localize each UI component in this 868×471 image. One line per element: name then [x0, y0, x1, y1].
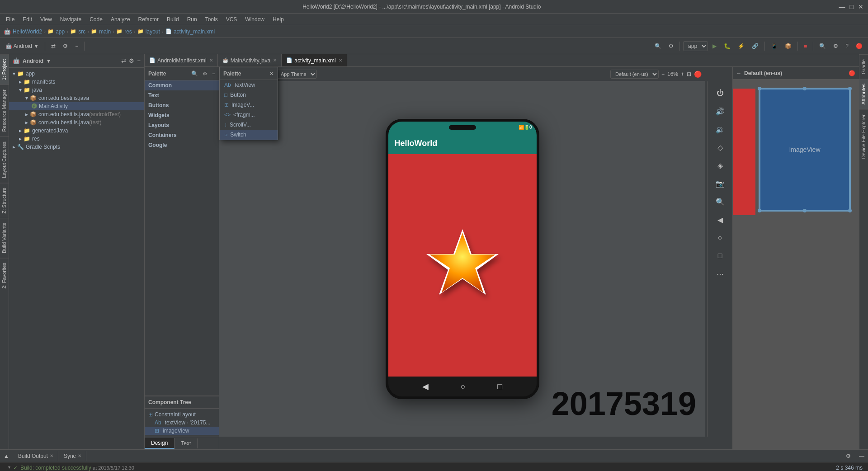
menu-vcs[interactable]: VCS [222, 15, 241, 24]
locale-selector[interactable]: Default (en-us) [610, 70, 659, 79]
bottom-minimize-btn[interactable]: — [855, 453, 868, 459]
palette-cat-widgets[interactable]: Widgets [145, 110, 219, 120]
sidebar-tab-resource-manager[interactable]: Resource Manager [0, 85, 9, 137]
tree-item-test[interactable]: ▸ 📦 com.edu.besti.is.java (test) [9, 118, 144, 127]
breadcrumb-app[interactable]: app [56, 28, 65, 35]
breadcrumb-activity-main[interactable]: activity_main.xml [174, 28, 215, 35]
run-config-dropdown[interactable]: app [683, 41, 708, 51]
zoom-device-btn[interactable]: 🔍 [712, 193, 728, 210]
bottom-gear-btn[interactable]: ⚙ [842, 453, 854, 459]
palette-cat-text[interactable]: Text [145, 90, 219, 100]
error-indicator[interactable]: 🔴 [694, 71, 702, 78]
toolbar-avd-btn[interactable]: 📱 [768, 42, 780, 51]
toolbar-run-btn[interactable]: ▶ [710, 42, 719, 51]
tree-item-res[interactable]: ▸ 📁 res [9, 135, 144, 143]
popup-item-scrollview[interactable]: ↕ ScrollV... [220, 120, 278, 130]
camera-btn[interactable]: 📷 [712, 175, 728, 192]
android-dropdown-arrow[interactable]: ▼ [46, 58, 51, 64]
menu-build[interactable]: Build [163, 15, 183, 24]
menu-file[interactable]: File [2, 15, 18, 24]
rotate-btn[interactable]: ◇ [712, 139, 728, 155]
tab-close-androidmanifest[interactable]: ✕ [209, 58, 213, 63]
build-expand-btn[interactable]: ▲ [0, 453, 13, 459]
ct-item-constraintlayout[interactable]: ⊞ ConstraintLayout [145, 410, 219, 419]
tab-text[interactable]: Text [175, 438, 198, 448]
panel-sync-btn[interactable]: ⇄ [121, 57, 126, 64]
toolbar-debug-btn[interactable]: 🐛 [721, 42, 733, 51]
toolbar-sync-btn[interactable]: ⇄ [48, 42, 58, 51]
toolbar-profile-btn[interactable]: ⚡ [735, 42, 747, 51]
tab-close-mainactivity[interactable]: ✕ [273, 58, 277, 63]
tree-item-manifests[interactable]: ▸ 📁 manifests [9, 78, 144, 86]
overview-device-btn[interactable]: □ [712, 248, 728, 264]
sidebar-tab-attributes[interactable]: Attributes [859, 79, 868, 109]
build-arrow-0[interactable]: ▾ [8, 465, 10, 470]
zoom-fit-btn[interactable]: ⊡ [687, 71, 691, 77]
palette-gear-icon[interactable]: ⚙ [203, 71, 208, 77]
imageview-canvas-placeholder[interactable]: ImageView [760, 89, 850, 211]
toolbar-settings-global[interactable]: ⚙ [830, 42, 841, 51]
toolbar-search-everywhere[interactable]: 🔍 [816, 42, 829, 51]
sidebar-tab-favorites[interactable]: 2: Favorites [0, 258, 9, 293]
panel-settings-btn[interactable]: ⚙ [129, 57, 134, 64]
menu-code[interactable]: Code [86, 15, 106, 24]
menu-edit[interactable]: Edit [19, 15, 36, 24]
tab-androidmanifest[interactable]: 📄 AndroidManifest.xml ✕ [145, 54, 218, 66]
tab-design[interactable]: Design [145, 438, 175, 449]
menu-analyze[interactable]: Analyze [107, 15, 134, 24]
phone-recent-btn[interactable]: □ [497, 382, 502, 391]
back-device-btn[interactable]: ◀ [712, 212, 728, 228]
sidebar-tab-build-variants[interactable]: Build Variants [0, 218, 9, 258]
toolbar-android-dropdown[interactable]: 🤖 Android ▼ [3, 42, 42, 51]
menu-tools[interactable]: Tools [202, 15, 222, 24]
popup-item-imageview[interactable]: ⊞ ImageV... [220, 100, 278, 110]
menu-help[interactable]: Help [269, 15, 288, 24]
build-output-close[interactable]: ✕ [50, 453, 53, 458]
tree-item-package-main[interactable]: ▾ 📦 com.edu.besti.is.java [9, 94, 144, 102]
bottom-tab-sync[interactable]: Sync ✕ [59, 451, 86, 461]
theme-selector[interactable]: App Theme [276, 70, 317, 79]
palette-cat-common[interactable]: Common [145, 80, 219, 90]
palette-minus-icon[interactable]: − [212, 71, 215, 77]
toolbar-help-btn[interactable]: ? [843, 42, 851, 51]
menu-view[interactable]: View [37, 15, 56, 24]
volume-down-btn[interactable]: 🔉 [712, 121, 728, 137]
popup-item-switch[interactable]: ○ Switch [220, 130, 278, 140]
palette-cat-google[interactable]: Google [145, 140, 219, 150]
tree-item-java[interactable]: ▾ 📁 java [9, 86, 144, 94]
volume-up-btn[interactable]: 🔊 [712, 103, 728, 119]
sidebar-tab-gradle[interactable]: Gradle [859, 54, 868, 79]
breadcrumb-main[interactable]: main [99, 28, 111, 35]
menu-refactor[interactable]: Refactor [135, 15, 162, 24]
attr-back-btn[interactable]: ← [736, 71, 741, 76]
breadcrumb-helloworld2[interactable]: HelloWorld2 [13, 28, 42, 35]
tab-mainactivity[interactable]: ☕ MainActivity.java ✕ [218, 54, 282, 66]
minimize-button[interactable]: — [839, 3, 845, 10]
zoom-out-btn[interactable]: − [661, 71, 665, 77]
popup-item-textview[interactable]: Ab TextView [220, 80, 278, 90]
menu-navigate[interactable]: Navigate [57, 15, 85, 24]
toolbar-notification-btn[interactable]: 🔴 [853, 42, 865, 51]
sidebar-tab-layout-captures[interactable]: Layout Captures [0, 137, 9, 183]
palette-cat-containers[interactable]: Containers [145, 130, 219, 140]
sidebar-tab-structure[interactable]: Z: Structure [0, 183, 9, 218]
toolbar-settings-btn2[interactable]: ⚙ [666, 42, 676, 51]
phone-back-btn[interactable]: ◀ [422, 382, 429, 391]
sidebar-tab-device-file-explorer[interactable]: Device File Explorer [859, 109, 868, 163]
tree-item-mainactivity[interactable]: 🅐 MainActivity [9, 102, 144, 110]
tree-item-gradle[interactable]: ▸ 🔧 Gradle Scripts [9, 143, 144, 151]
phone-home-btn[interactable]: ○ [461, 382, 466, 391]
palette-cat-buttons[interactable]: Buttons [145, 100, 219, 110]
toolbar-collapse-btn[interactable]: − [72, 42, 81, 51]
toolbar-sdk-btn[interactable]: 📦 [782, 42, 794, 51]
palette-popup-close[interactable]: ✕ [269, 71, 274, 77]
toolbar-attach-btn[interactable]: 🔗 [749, 42, 761, 51]
power-btn[interactable]: ⏻ [712, 85, 728, 101]
attr-error-icon[interactable]: 🔴 [849, 70, 855, 76]
menu-window[interactable]: Window [241, 15, 268, 24]
more-device-btn[interactable]: ⋯ [712, 266, 728, 282]
breadcrumb-res[interactable]: res [124, 28, 132, 35]
tree-item-app[interactable]: ▾ 📁 app [9, 70, 144, 78]
toolbar-settings-btn[interactable]: ⚙ [60, 42, 71, 51]
maximize-button[interactable]: □ [850, 3, 854, 10]
